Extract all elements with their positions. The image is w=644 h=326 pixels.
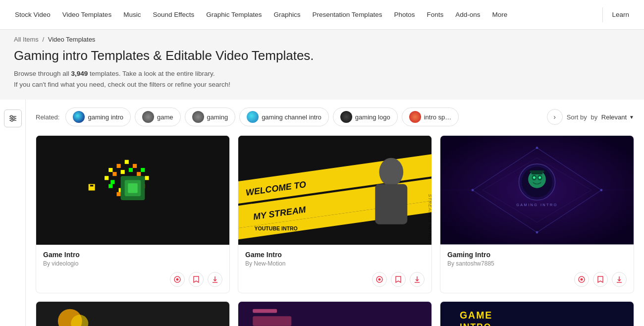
desc-second: If you can't find what you need, check o…	[14, 81, 230, 88]
nav-item-photos[interactable]: Photos	[389, 7, 420, 22]
eye-icon-2	[376, 276, 383, 283]
related-tag-gaming-channel-intro[interactable]: gaming channel intro	[239, 108, 329, 126]
card-2-author: By New-Motion	[245, 260, 425, 267]
card-grid: Game Intro By videologio	[36, 135, 634, 293]
page-title: Gaming intro Templates & Editable Video …	[14, 48, 630, 63]
nav-divider	[602, 7, 603, 22]
svg-point-4	[13, 117, 15, 119]
sort-label: Sort by	[567, 113, 587, 121]
nav-item-more[interactable]: More	[487, 7, 513, 22]
card-2-preview-button[interactable]	[372, 272, 387, 287]
related-tag-gaming[interactable]: gaming	[185, 108, 236, 126]
card-2-thumbnail: WELCOME TO MY STREAM YOUTUBE INTRO	[238, 136, 431, 244]
card-1-preview-button[interactable]	[170, 272, 185, 287]
filter-sidebar	[0, 100, 26, 326]
desc-prefix: Browse through all	[14, 70, 71, 77]
card-1-title: Game Intro	[43, 251, 222, 259]
partial-card-1[interactable]	[36, 301, 230, 326]
eye-icon-3	[578, 276, 585, 283]
card-2-actions	[238, 272, 431, 293]
card-1-info: Game Intro By videologio	[36, 245, 229, 272]
card-3-info: Gaming Intro By santoshw7885	[440, 245, 634, 272]
card-1-download-button[interactable]	[208, 272, 222, 287]
related-tag-game[interactable]: game	[135, 108, 181, 126]
card-2-bookmark-button[interactable]	[391, 272, 406, 287]
svg-point-49	[536, 147, 538, 149]
nav-item-video-templates[interactable]: Video Templates	[57, 7, 116, 22]
related-tags: gaming intro game gaming gaming channel …	[65, 108, 542, 126]
card-1-actions	[36, 272, 229, 293]
svg-text:GAME: GAME	[460, 310, 492, 321]
filter-button[interactable]	[4, 109, 22, 127]
svg-rect-18	[105, 176, 108, 180]
nav-item-music[interactable]: Music	[118, 7, 146, 22]
svg-rect-20	[121, 170, 125, 174]
desc-middle: templates. Take a look at the entire lib…	[88, 70, 215, 77]
nav-item-fonts[interactable]: Fonts	[422, 7, 448, 22]
card-1[interactable]: Game Intro By videologio	[36, 135, 230, 293]
card-2-download-button[interactable]	[410, 272, 425, 287]
breadcrumb: All Items / Video Templates	[14, 36, 630, 43]
card-3-download-button[interactable]	[612, 272, 627, 287]
nav-item-sound-effects[interactable]: Sound Effects	[148, 7, 199, 22]
svg-rect-12	[145, 176, 149, 180]
svg-point-3	[10, 115, 12, 117]
related-next-button[interactable]: ›	[547, 109, 563, 125]
partial-card-3[interactable]: GAME INTRO	[440, 301, 634, 326]
tag-label-gaming-channel: gaming channel intro	[262, 113, 322, 121]
svg-rect-22	[137, 172, 141, 176]
content-area: Related: gaming intro game gaming gaming…	[0, 100, 644, 326]
sort-dropdown-button[interactable]: Relevant ▼	[601, 113, 634, 121]
nav-item-presentation-templates[interactable]: Presentation Templates	[308, 7, 387, 22]
nav-item-graphics[interactable]: Graphics	[269, 7, 306, 22]
svg-rect-7	[108, 168, 112, 172]
svg-point-66	[581, 278, 583, 280]
template-count: 3,949	[71, 70, 88, 77]
pixel-art-thumbnail	[36, 136, 229, 244]
card-2[interactable]: WELCOME TO MY STREAM YOUTUBE INTRO	[238, 135, 432, 293]
card-3-bookmark-button[interactable]	[593, 272, 608, 287]
card-2-info: Game Intro By New-Motion	[238, 245, 431, 272]
nav-item-graphic-templates[interactable]: Graphic Templates	[201, 7, 267, 22]
card-3-author: By santoshw7885	[447, 260, 627, 267]
svg-point-42	[379, 158, 403, 186]
partial-card-row: GAME INTRO	[36, 301, 634, 326]
related-tag-gaming-intro[interactable]: gaming intro	[65, 108, 131, 126]
partial-thumb-3: GAME INTRO	[440, 302, 634, 326]
nav-learn[interactable]: Learn	[607, 7, 634, 22]
nav-item-stock-video[interactable]: Stock Video	[10, 7, 55, 22]
svg-text:INTRO: INTRO	[460, 322, 491, 326]
breadcrumb-current: Video Templates	[48, 36, 96, 43]
page-description: Browse through all 3,949 templates. Take…	[14, 68, 630, 90]
svg-rect-8	[117, 164, 121, 168]
svg-rect-32	[90, 185, 94, 186]
sort-by-text: by	[589, 113, 599, 121]
tag-label-game: game	[157, 113, 173, 121]
card-1-bookmark-button[interactable]	[189, 272, 204, 287]
card-3[interactable]: GAMING INTRO Gaming Intro By santoshw788…	[440, 135, 634, 293]
partial-card-2[interactable]	[238, 301, 432, 326]
breadcrumb-all-items[interactable]: All Items	[14, 36, 39, 43]
card-1-author: By videologio	[43, 260, 222, 267]
tag-avatar-logo	[340, 111, 352, 123]
related-row: Related: gaming intro game gaming gaming…	[36, 108, 634, 126]
svg-point-34	[176, 278, 179, 280]
svg-rect-9	[125, 160, 129, 164]
nav-item-addons[interactable]: Add-ons	[450, 7, 485, 22]
tag-label-intro-sp: intro sp…	[424, 113, 452, 121]
svg-rect-71	[253, 309, 277, 313]
svg-text:YOUTUBE INTRO: YOUTUBE INTRO	[255, 225, 298, 231]
svg-point-51	[536, 231, 538, 234]
svg-rect-43	[375, 184, 407, 224]
navigation: Stock Video Video Templates Music Sound …	[0, 0, 644, 30]
card-3-thumbnail: GAMING INTRO	[440, 136, 634, 244]
svg-rect-30	[128, 183, 138, 193]
related-tag-gaming-logo[interactable]: gaming logo	[333, 108, 398, 126]
card-1-thumbnail	[36, 136, 229, 244]
related-label: Related:	[36, 113, 59, 121]
svg-rect-16	[117, 192, 121, 196]
eye-icon	[174, 276, 181, 283]
card-3-preview-button[interactable]	[574, 272, 589, 287]
card-3-actions	[440, 272, 634, 293]
related-tag-intro-sp[interactable]: intro sp…	[402, 108, 459, 126]
